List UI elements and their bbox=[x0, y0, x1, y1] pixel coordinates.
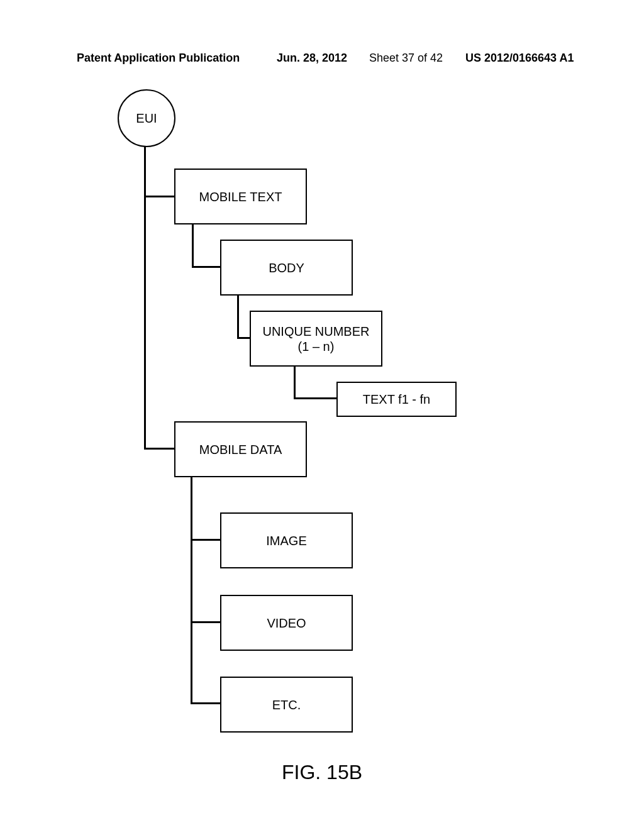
node-text-fn: TEXT f1 - fn bbox=[336, 382, 457, 417]
node-unique-number: UNIQUE NUMBER (1 – n) bbox=[250, 311, 382, 367]
node-eui: EUI bbox=[118, 89, 175, 147]
connector bbox=[191, 702, 220, 704]
connector bbox=[144, 196, 174, 197]
connector bbox=[144, 146, 146, 450]
node-mobile-text-label: MOBILE TEXT bbox=[199, 189, 282, 204]
connector bbox=[294, 397, 336, 399]
node-etc: ETC. bbox=[220, 677, 353, 733]
node-video: VIDEO bbox=[220, 595, 353, 651]
node-body-label: BODY bbox=[269, 260, 304, 275]
node-image-label: IMAGE bbox=[266, 533, 306, 548]
node-etc-label: ETC. bbox=[272, 697, 301, 712]
node-body: BODY bbox=[220, 240, 353, 296]
connector bbox=[192, 266, 220, 268]
connector bbox=[191, 476, 192, 704]
node-mobile-data: MOBILE DATA bbox=[174, 421, 307, 477]
node-mobile-data-label: MOBILE DATA bbox=[199, 442, 282, 457]
node-unique-number-label: UNIQUE NUMBER (1 – n) bbox=[262, 324, 369, 354]
connector bbox=[237, 294, 239, 339]
node-image: IMAGE bbox=[220, 512, 353, 568]
connector bbox=[192, 223, 194, 268]
figure-label: FIG. 15B bbox=[0, 761, 644, 784]
node-mobile-text: MOBILE TEXT bbox=[174, 169, 307, 224]
connector bbox=[294, 365, 296, 399]
figure-label-text: FIG. 15B bbox=[282, 761, 362, 783]
node-video-label: VIDEO bbox=[267, 616, 306, 631]
node-eui-label: EUI bbox=[136, 111, 157, 126]
connector bbox=[144, 448, 174, 450]
node-text-fn-label: TEXT f1 - fn bbox=[363, 392, 430, 407]
connector bbox=[237, 337, 250, 339]
tree-diagram: EUI MOBILE TEXT BODY UNIQUE NUMBER (1 – … bbox=[0, 0, 644, 830]
connector bbox=[191, 621, 220, 623]
connector bbox=[191, 539, 220, 541]
